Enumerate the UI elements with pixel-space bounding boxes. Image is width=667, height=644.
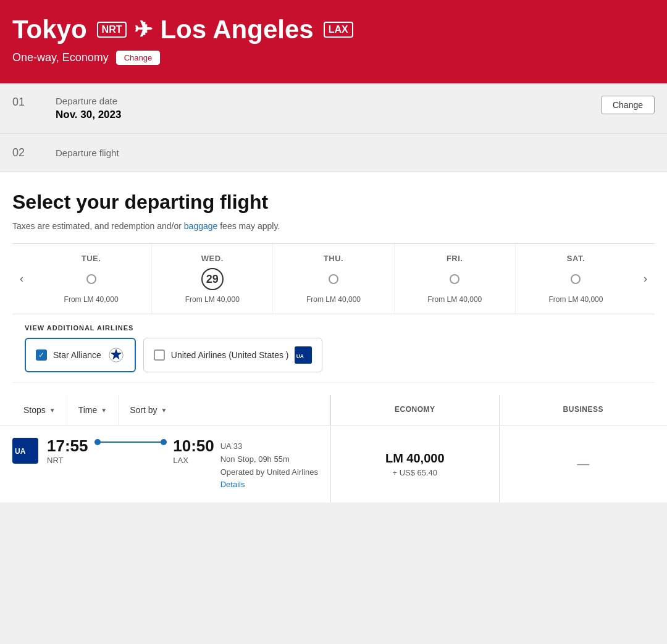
flight-number: UA 33 bbox=[220, 440, 318, 453]
date-prev-button[interactable]: ‹ bbox=[12, 272, 31, 285]
flight-stops: Non Stop, 09h 55m bbox=[220, 453, 318, 466]
flight-operated-by: Operated by United Airlines bbox=[220, 466, 318, 479]
airlines-section: VIEW ADDITIONAL AIRLINES ✓ Star Alliance… bbox=[12, 314, 655, 383]
economy-price-amount: LM 40,000 bbox=[385, 451, 445, 466]
flight-meta: UA 33 Non Stop, 09h 55m Operated by Unit… bbox=[220, 440, 318, 491]
plane-icon: ✈ bbox=[134, 17, 153, 43]
depart-airport: NRT bbox=[47, 456, 88, 465]
step1-change-button[interactable]: Change bbox=[601, 96, 655, 114]
economy-price-col[interactable]: LM 40,000 + US$ 65.40 bbox=[330, 425, 499, 503]
route-dot-left bbox=[94, 439, 101, 445]
route-line-container bbox=[88, 441, 174, 443]
date-day-sat: SAT. bbox=[521, 254, 631, 263]
origin-city: Tokyo bbox=[12, 15, 87, 44]
economy-col-header: ECONOMY bbox=[330, 395, 499, 425]
airline-card-united[interactable]: United Airlines (United States ) UA bbox=[143, 338, 323, 372]
flight-airline-icon: UA bbox=[12, 438, 38, 464]
step2-label: Departure flight bbox=[56, 148, 119, 158]
business-price-col: — bbox=[499, 425, 668, 503]
step1-content: Departure date Nov. 30, 2023 bbox=[56, 96, 576, 121]
date-circle-fri bbox=[400, 268, 510, 290]
step1-label: Departure date bbox=[56, 96, 576, 106]
page-header: Tokyo NRT ✈ Los Angeles LAX One-way, Eco… bbox=[0, 0, 667, 83]
date-radio-sat bbox=[571, 274, 581, 284]
date-price-fri: From LM 40,000 bbox=[400, 295, 510, 304]
united-checkbox bbox=[154, 349, 165, 361]
date-item-wed[interactable]: WED. 29 From LM 40,000 bbox=[151, 244, 272, 314]
destination-city: Los Angeles bbox=[160, 15, 313, 44]
step1-number: 01 bbox=[12, 96, 31, 109]
united-name: United Airlines (United States ) bbox=[171, 349, 289, 361]
sort-by-filter-button[interactable]: Sort by ▼ bbox=[119, 395, 178, 425]
time-caret-icon: ▼ bbox=[101, 407, 107, 414]
date-price-wed: From LM 40,000 bbox=[157, 295, 267, 304]
date-picker-inner: TUE. From LM 40,000 WED. 29 From LM 40,0… bbox=[31, 244, 636, 314]
change-trip-button[interactable]: Change bbox=[116, 51, 161, 65]
united-icon: UA bbox=[295, 346, 312, 364]
stops-label: Stops bbox=[23, 405, 46, 415]
business-col-header: BUSINESS bbox=[499, 395, 668, 425]
stops-caret-icon: ▼ bbox=[49, 407, 56, 414]
date-day-tue: TUE. bbox=[36, 254, 146, 263]
details-link[interactable]: Details bbox=[220, 480, 245, 489]
date-price-sat: From LM 40,000 bbox=[521, 295, 631, 304]
date-price-tue: From LM 40,000 bbox=[36, 295, 146, 304]
svg-marker-1 bbox=[110, 349, 122, 360]
step1-value: Nov. 30, 2023 bbox=[56, 109, 576, 121]
route-line bbox=[94, 441, 167, 443]
route-display: Tokyo NRT ✈ Los Angeles LAX bbox=[12, 15, 655, 44]
time-filter-button[interactable]: Time ▼ bbox=[67, 395, 119, 425]
date-price-thu: From LM 40,000 bbox=[278, 295, 388, 304]
price-col-headers: ECONOMY BUSINESS bbox=[330, 395, 667, 425]
date-circle-sat bbox=[521, 268, 631, 290]
baggage-link[interactable]: baggage bbox=[184, 221, 218, 231]
stops-filter-button[interactable]: Stops ▼ bbox=[12, 395, 67, 425]
depart-block: 17:55 NRT bbox=[47, 437, 88, 465]
tax-notice-pre: Taxes are estimated, and redemption and/… bbox=[12, 221, 184, 231]
origin-code: NRT bbox=[97, 22, 127, 38]
date-day-fri: FRI. bbox=[400, 254, 510, 263]
flight-times: 17:55 NRT 10:50 LAX UA 33 Non bbox=[47, 437, 318, 491]
date-item-tue[interactable]: TUE. From LM 40,000 bbox=[31, 244, 151, 314]
trip-type: One-way, Economy bbox=[12, 51, 109, 64]
date-circle-thu bbox=[278, 268, 388, 290]
airlines-list: ✓ Star Alliance United Airlines (United … bbox=[25, 338, 642, 372]
arrive-time: 10:50 bbox=[173, 437, 214, 456]
flight-details-col: UA 33 Non Stop, 09h 55m Operated by Unit… bbox=[220, 437, 318, 491]
date-radio-fri bbox=[450, 274, 459, 284]
sort-by-label: Sort by bbox=[130, 405, 157, 415]
date-item-thu[interactable]: THU. From LM 40,000 bbox=[272, 244, 393, 314]
airlines-label: VIEW ADDITIONAL AIRLINES bbox=[25, 324, 642, 332]
main-content: 02 Departure flight Select your departin… bbox=[0, 134, 667, 503]
tax-notice: Taxes are estimated, and redemption and/… bbox=[12, 221, 655, 231]
date-circle-tue bbox=[36, 268, 146, 290]
economy-price-value: LM 40,000 + US$ 65.40 bbox=[385, 451, 445, 477]
arrive-block: 10:50 LAX bbox=[173, 437, 214, 465]
step2-number: 02 bbox=[12, 146, 31, 159]
step1-section: 01 Departure date Nov. 30, 2023 Change bbox=[0, 83, 667, 134]
star-alliance-name: Star Alliance bbox=[53, 349, 101, 361]
date-item-sat[interactable]: SAT. From LM 40,000 bbox=[515, 244, 636, 314]
date-radio-tue bbox=[86, 274, 96, 284]
date-circle-wed: 29 bbox=[157, 268, 267, 290]
flight-selection-area: Select your departing flight Taxes are e… bbox=[0, 172, 667, 395]
filters-bar: Stops ▼ Time ▼ Sort by ▼ ECONOMY BUSINES… bbox=[0, 395, 667, 425]
date-day-thu: THU. bbox=[278, 254, 388, 263]
date-item-fri[interactable]: FRI. From LM 40,000 bbox=[394, 244, 515, 314]
trip-type-row: One-way, Economy Change bbox=[12, 51, 655, 65]
business-price-dash: — bbox=[577, 457, 589, 471]
date-selected-wed: 29 bbox=[201, 268, 224, 290]
step2-header: 02 Departure flight bbox=[0, 134, 667, 172]
destination-code: LAX bbox=[324, 22, 353, 38]
arrive-airport: LAX bbox=[173, 456, 214, 465]
depart-time: 17:55 bbox=[47, 437, 88, 456]
star-alliance-icon bbox=[107, 346, 125, 364]
flight-selection-title: Select your departing flight bbox=[12, 191, 655, 214]
star-alliance-checkbox: ✓ bbox=[36, 349, 47, 361]
svg-text:UA: UA bbox=[296, 353, 304, 359]
date-day-wed: WED. bbox=[157, 254, 267, 263]
date-next-button[interactable]: › bbox=[636, 272, 655, 285]
airline-card-star-alliance[interactable]: ✓ Star Alliance bbox=[25, 338, 136, 372]
filter-buttons-area: Stops ▼ Time ▼ Sort by ▼ bbox=[0, 395, 330, 425]
flight-info: UA 17:55 NRT 10:50 LAX bbox=[0, 425, 330, 503]
